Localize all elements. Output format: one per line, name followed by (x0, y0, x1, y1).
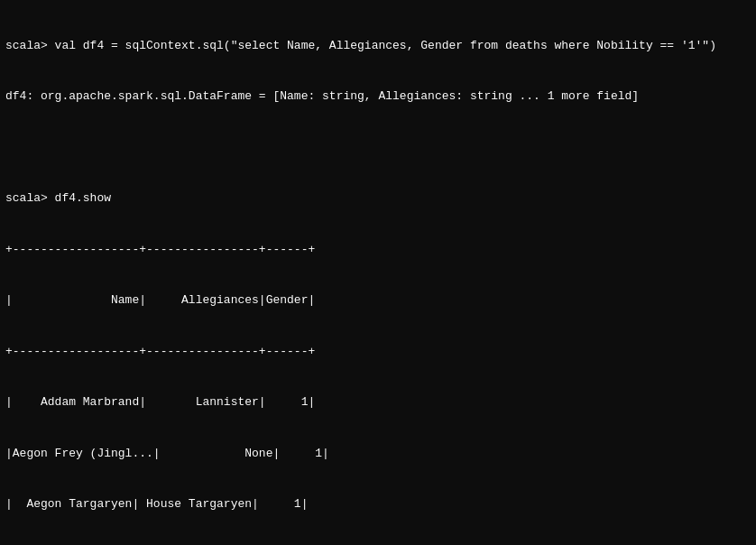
table-border-top: +------------------+----------------+---… (5, 242, 751, 259)
line-prompt-2: scala> df4.show (5, 190, 751, 208)
prompt-show: scala> df4.show (5, 191, 111, 205)
table-row-2: |Aegon Frey (Jingl...| None| 1| (5, 446, 751, 463)
table-row-3: | Aegon Targaryen| House Targaryen| 1| (5, 496, 751, 513)
line-blank-1 (5, 140, 751, 157)
terminal-window: scala> val df4 = sqlContext.sql("select … (5, 4, 751, 545)
table-header: | Name| Allegiances|Gender| (5, 292, 751, 309)
output-text: df4: org.apache.spark.sql.DataFrame = [N… (5, 89, 639, 103)
table-border-header: +------------------+----------------+---… (5, 344, 751, 361)
prompt-text: scala> val df4 = sqlContext.sql("select … (5, 39, 716, 52)
line-1: scala> val df4 = sqlContext.sql("select … (5, 38, 751, 55)
line-2: df4: org.apache.spark.sql.DataFrame = [N… (5, 88, 751, 106)
table-row-1: | Addam Marbrand| Lannister| 1| (5, 394, 751, 411)
